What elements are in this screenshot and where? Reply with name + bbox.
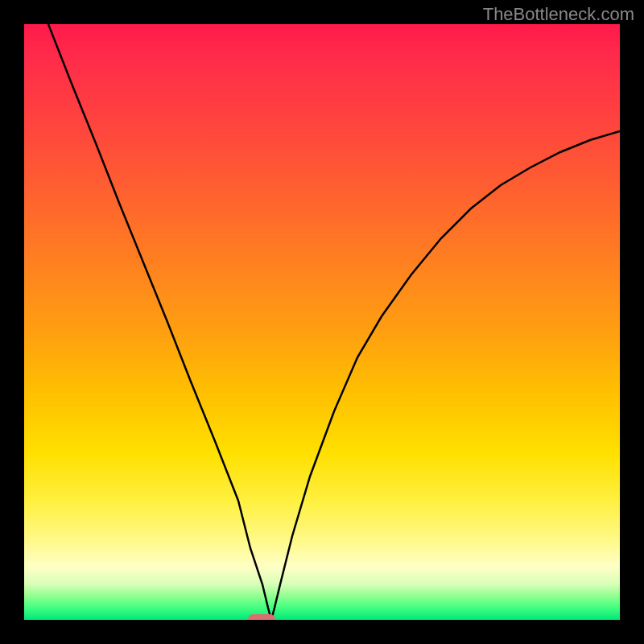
plot-area — [24, 24, 620, 620]
curve-svg — [24, 24, 620, 620]
minimum-marker — [248, 614, 275, 620]
chart-frame: TheBottleneck.com — [0, 0, 644, 644]
watermark-text: TheBottleneck.com — [483, 4, 634, 25]
bottleneck-curve — [48, 24, 620, 620]
